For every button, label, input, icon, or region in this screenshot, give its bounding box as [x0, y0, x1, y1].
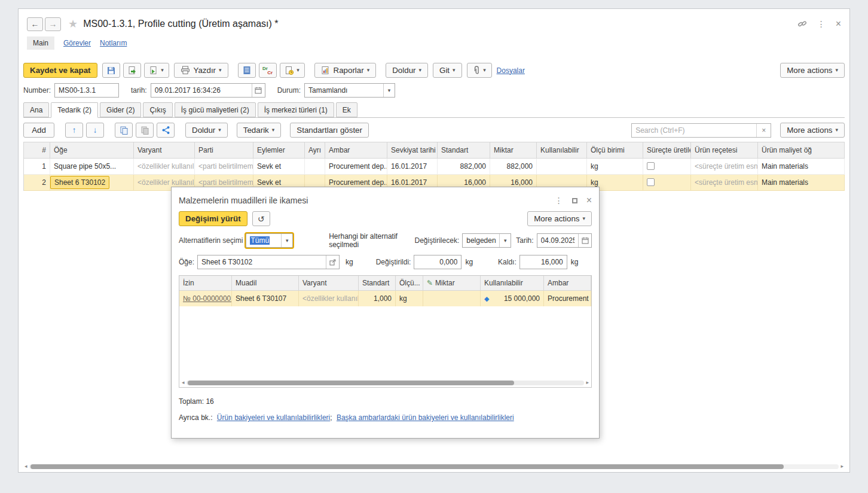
tab-cikis[interactable]: Çıkış [143, 102, 172, 117]
cell-recipe[interactable]: <süreçte üretim esna... [691, 159, 758, 175]
scroll-left-icon[interactable]: ◂ [182, 380, 185, 385]
cell-quantity[interactable]: 882,000 [490, 159, 537, 175]
calendar-icon[interactable] [252, 84, 265, 97]
cell-standard[interactable]: 1,000 [359, 291, 396, 306]
col-variant[interactable]: Varyant [134, 142, 195, 159]
back-button[interactable]: ← [27, 17, 43, 31]
col-permit[interactable]: İzin [179, 276, 232, 291]
permit-link[interactable]: № 00-00000001... [183, 294, 232, 303]
document-time-button[interactable]: ▾ [280, 63, 305, 78]
remaining-input[interactable] [520, 258, 567, 266]
item-input[interactable] [198, 258, 326, 266]
files-link[interactable]: Dosyalar [497, 66, 525, 75]
history-button[interactable]: ↺ [252, 211, 270, 226]
tab-gider[interactable]: Gider (2) [100, 102, 141, 117]
col-available[interactable]: Kullanılabilir [537, 142, 587, 159]
col-available[interactable]: Kullanılabilir [481, 276, 544, 291]
structure-button[interactable] [157, 123, 175, 138]
reports-button[interactable]: Raporlar ▾ [314, 63, 377, 78]
cell-ship-date[interactable]: 16.01.2017 [387, 159, 438, 175]
in-process-checkbox[interactable] [647, 178, 655, 186]
favorite-star-icon[interactable]: ★ [68, 17, 78, 31]
attachments-button[interactable]: ▾ [467, 63, 492, 78]
col-ship-date[interactable]: Sevkiyat tarihi [387, 142, 438, 159]
cell-number[interactable]: 2 [24, 175, 50, 191]
cell-unit[interactable]: kg [587, 159, 643, 175]
post-and-close-button[interactable]: ▾ [144, 63, 169, 78]
save-and-close-button[interactable]: Kaydet ve kapat [23, 63, 97, 78]
clear-search-icon[interactable]: × [756, 124, 771, 137]
number-input[interactable] [55, 86, 118, 95]
scrollbar-track[interactable] [29, 464, 839, 469]
paste-button[interactable] [136, 123, 154, 138]
product-balances-link[interactable]: Ürün bakiyeleri ve kullanılabilirlikleri [217, 413, 330, 422]
scroll-right-icon[interactable]: ▸ [841, 464, 843, 469]
col-item[interactable]: Öğe [50, 142, 134, 159]
cell-warehouse[interactable]: Procurement dep... [325, 159, 387, 175]
cell-unit[interactable]: kg [396, 291, 423, 306]
forward-button[interactable]: → [45, 17, 61, 31]
cell-batch[interactable]: <parti belirtilmem... [195, 159, 253, 175]
post-document-button[interactable] [123, 63, 141, 78]
grid-fill-button[interactable]: Doldur ▾ [185, 123, 228, 138]
cell-substitute[interactable]: Sheet 6 T30107 [232, 291, 299, 306]
cell-variant[interactable]: <özellikler kullanıl... [299, 291, 359, 306]
cell-quantity[interactable] [423, 291, 481, 306]
dropdown-icon[interactable]: ▾ [383, 84, 395, 97]
cell-item[interactable]: Square pipe 50x5... [50, 159, 134, 175]
cell-warehouse[interactable]: Procurement dep [544, 291, 591, 306]
run-substitution-button[interactable]: Değişimi yürüt [179, 211, 247, 226]
add-button[interactable]: Add [23, 123, 54, 138]
scrollbar-thumb[interactable] [30, 464, 784, 469]
date-input[interactable] [151, 86, 252, 95]
col-substitute[interactable]: Muadil [232, 276, 299, 291]
copy-button[interactable] [115, 123, 133, 138]
scrollbar-thumb[interactable] [188, 381, 514, 385]
fill-button[interactable]: Doldur ▾ [386, 63, 428, 78]
cell-separate[interactable] [305, 159, 325, 175]
grid-more-actions-button[interactable]: More actions ▾ [780, 123, 845, 138]
col-in-process[interactable]: Süreçte üretilen [643, 142, 691, 159]
scrollbar-track[interactable] [187, 381, 585, 385]
other-warehouses-balances-link[interactable]: Başka ambarlardaki ürün bakiyeleri ve ku… [337, 413, 514, 422]
cell-variant[interactable]: <özellikler kullanıl... [134, 159, 195, 175]
col-warehouse[interactable]: Ambar [325, 142, 387, 159]
register-records-button[interactable] [238, 63, 256, 78]
col-unit[interactable]: Ölçü... [396, 276, 423, 291]
close-icon[interactable]: × [836, 19, 841, 29]
dialog-more-actions-button[interactable]: More actions ▾ [527, 211, 592, 226]
dropdown-icon[interactable]: ▾ [499, 234, 511, 247]
col-actions[interactable]: Eylemler [253, 142, 305, 159]
col-separate[interactable]: Ayrı [305, 142, 325, 159]
tab-ek[interactable]: Ek [336, 102, 357, 117]
show-standards-button[interactable]: Standartları göster [290, 123, 369, 138]
col-cost-item[interactable]: Ürün maliyet öğ [758, 142, 845, 159]
scroll-right-icon[interactable]: ▸ [586, 380, 589, 385]
move-up-button[interactable]: ↑ [65, 123, 83, 138]
cell-actions[interactable]: Sevk et [253, 159, 305, 175]
cell-item-active[interactable]: Sheet 6 T30102 [50, 175, 134, 191]
tab-ismerkezi[interactable]: İş merkezi türleri (1) [258, 102, 334, 117]
open-item-icon[interactable] [326, 255, 339, 269]
cell-recipe[interactable]: <süreçte üretim esna... [691, 175, 758, 191]
status-select[interactable]: Tamamlandı ▾ [304, 83, 395, 98]
col-variant[interactable]: Varyant [299, 276, 359, 291]
col-unit[interactable]: Ölçü birimi [587, 142, 643, 159]
tab-tasks[interactable]: Görevler [63, 39, 91, 47]
dialog-close-icon[interactable]: × [586, 195, 592, 206]
dialog-menu-icon[interactable]: ⋮ [555, 196, 563, 205]
substitute-row[interactable]: № 00-00000001... Sheet 6 T30107 <özellik… [179, 291, 591, 306]
supply-button[interactable]: Tedarik ▾ [237, 123, 282, 138]
col-quantity[interactable]: ✎Miktar [423, 276, 481, 291]
dropdown-icon[interactable]: ▾ [281, 234, 292, 247]
cell-cost-item[interactable]: Main materials [758, 175, 845, 191]
col-number[interactable]: # [24, 142, 50, 159]
cell-available[interactable] [537, 159, 587, 175]
cell-standard[interactable]: 882,000 [438, 159, 490, 175]
tab-notes[interactable]: Notlarım [100, 39, 127, 47]
more-actions-button[interactable]: More actions ▾ [780, 63, 845, 78]
changed-input[interactable] [414, 258, 461, 266]
dr-cr-button[interactable]: Dr Cr [259, 63, 277, 78]
tab-ana[interactable]: Ana [23, 102, 49, 117]
col-standard[interactable]: Standart [359, 276, 396, 291]
